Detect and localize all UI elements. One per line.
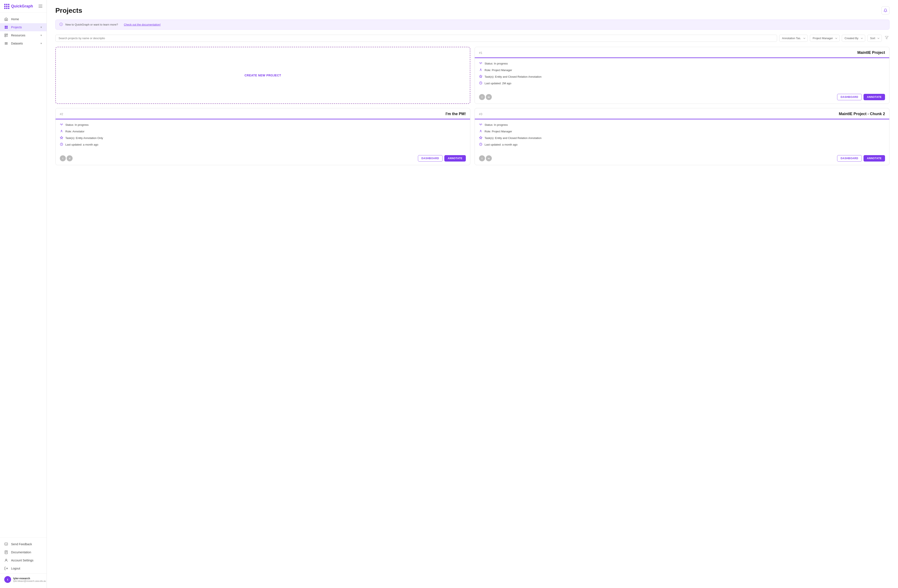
notification-bell-button[interactable] [881,6,889,14]
page-title: Projects [55,6,82,14]
info-banner-text: New to QuickGraph or want to learn more? [65,23,118,26]
project-number-2: #2 [60,112,63,116]
btn-group-2: DASHBOARD ANNOTATE [418,155,466,161]
project-name-1: MaintIE Project [857,51,885,55]
avatar-group-3: t m [479,155,492,161]
dashboard-button-2[interactable]: DASHBOARD [418,155,443,161]
sidebar-user: t tyler-research tyler.bikaun@research.u… [0,573,47,585]
info-banner: ⓘ New to QuickGraph or want to learn mor… [55,20,889,29]
sidebar: QuickGraph Home Projects ▼ Resources [0,0,47,588]
filter-bar: Annotation Tas. Project Manager Created … [55,35,889,42]
project-tasks-3: Task(s): Entity and Closed Relation Anno… [479,136,885,140]
avatar-d-2: d [67,155,72,161]
app-name: QuickGraph [11,4,33,9]
status-icon-3 [479,123,483,127]
status-icon-2 [60,123,63,127]
hamburger-menu-icon[interactable] [38,5,42,8]
sort-filter[interactable]: Sort [867,35,882,42]
project-card-header-2: #2 I'm the PM! [55,108,470,119]
avatar-group-1: t m [479,94,492,100]
btn-group-1: DASHBOARD ANNOTATE [837,94,885,100]
sidebar-item-resources[interactable]: Resources ▼ [0,31,47,39]
bell-icon [884,9,887,12]
sidebar-item-home-label: Home [11,17,19,21]
chevron-down-icon: ▼ [40,26,42,29]
svg-rect-3 [6,28,8,29]
sidebar-item-documentation-label: Documentation [11,551,31,554]
account-icon [4,559,8,562]
annotate-button-3[interactable]: ANNOTATE [864,155,885,161]
project-tasks-1: Task(s): Entity and Closed Relation Anno… [479,75,885,79]
datasets-icon [4,41,8,45]
projects-grid: CREATE NEW PROJECT #1 MaintIE Project St… [55,47,889,165]
sidebar-item-account[interactable]: Account Settings [0,556,47,564]
project-updated-1: Last updated: 2M ago [479,81,885,85]
sidebar-item-logout[interactable]: Logout [0,564,47,573]
project-manager-filter[interactable]: Project Manager [810,35,840,42]
sidebar-navigation: Home Projects ▼ Resources ▼ Datasets ▼ [0,12,47,537]
project-name-2: I'm the PM! [446,112,466,116]
clock-icon-1 [479,81,483,85]
annotate-button-2[interactable]: ANNOTATE [444,155,466,161]
dashboard-button-3[interactable]: DASHBOARD [837,155,862,161]
project-number-3: #3 [479,112,483,116]
sidebar-item-projects-label: Projects [11,26,22,29]
avatar-t-3: t [479,155,485,161]
avatar-t-2: t [60,155,66,161]
logout-icon [4,567,8,570]
project-status-3: Status: In progress [479,123,885,127]
svg-marker-31 [479,136,482,139]
status-icon-1 [479,61,483,66]
search-input[interactable] [55,35,777,42]
sidebar-logo: QuickGraph [0,0,47,12]
svg-rect-5 [6,34,8,35]
project-card-footer-3: t m DASHBOARD ANNOTATE [475,153,889,165]
annotate-button-1[interactable]: ANNOTATE [864,94,885,100]
avatar-m-1: m [486,94,492,100]
project-name-3: MaintIE Project - Chunk 2 [839,112,885,116]
btn-group-3: DASHBOARD ANNOTATE [837,155,885,161]
project-card-3: #3 MaintIE Project - Chunk 2 Status: In … [475,108,889,165]
annotation-task-filter[interactable]: Annotation Tas. [779,35,808,42]
svg-rect-4 [5,34,6,35]
created-by-filter[interactable]: Created By [842,35,865,42]
sidebar-item-feedback[interactable]: Send Feedback [0,540,47,548]
dashboard-button-1[interactable]: DASHBOARD [837,94,862,100]
svg-point-30 [480,130,481,131]
sidebar-item-logout-label: Logout [11,567,20,570]
project-card-header-3: #3 MaintIE Project - Chunk 2 [475,108,889,119]
sidebar-item-home[interactable]: Home [0,15,47,23]
user-email: tyler.bikaun@research.uwa.edu.au [13,580,46,582]
sidebar-item-projects[interactable]: Projects ▼ [0,23,47,31]
feedback-icon [4,542,8,546]
sidebar-item-resources-label: Resources [11,34,25,37]
svg-point-27 [61,130,62,131]
svg-rect-6 [5,36,6,37]
role-icon-2 [60,129,63,134]
svg-marker-25 [479,75,482,78]
project-tasks-2: Task(s): Entity Annotation Only [60,136,466,140]
sidebar-item-documentation[interactable]: Documentation [0,548,47,556]
project-updated-2: Last updated: a month ago [60,143,466,147]
project-status-2: Status: In progress [60,123,466,127]
project-card-body-3: Status: In progress Role: Project Manage… [475,120,889,153]
svg-rect-1 [6,26,8,27]
project-card-footer-1: t m DASHBOARD ANNOTATE [475,91,889,104]
svg-marker-28 [60,136,63,139]
create-project-card[interactable]: CREATE NEW PROJECT [55,47,470,104]
project-card-footer-2: t d DASHBOARD ANNOTATE [55,153,470,165]
clock-icon-3 [479,143,483,147]
sidebar-item-account-label: Account Settings [11,559,34,562]
info-icon: ⓘ [59,22,63,27]
tasks-icon-1 [479,75,483,79]
avatar-t-1: t [479,94,485,100]
sidebar-item-datasets-label: Datasets [11,42,23,45]
clear-filter-icon[interactable] [884,35,889,41]
tasks-icon-3 [479,136,483,140]
documentation-link[interactable]: Check out the documentation! [124,23,161,26]
sidebar-item-datasets[interactable]: Datasets ▼ [0,39,47,48]
main-header: Projects [55,6,889,14]
logo-icon [4,4,9,9]
project-card-2: #2 I'm the PM! Status: In progress Role:… [55,108,470,165]
create-project-label: CREATE NEW PROJECT [244,74,281,77]
